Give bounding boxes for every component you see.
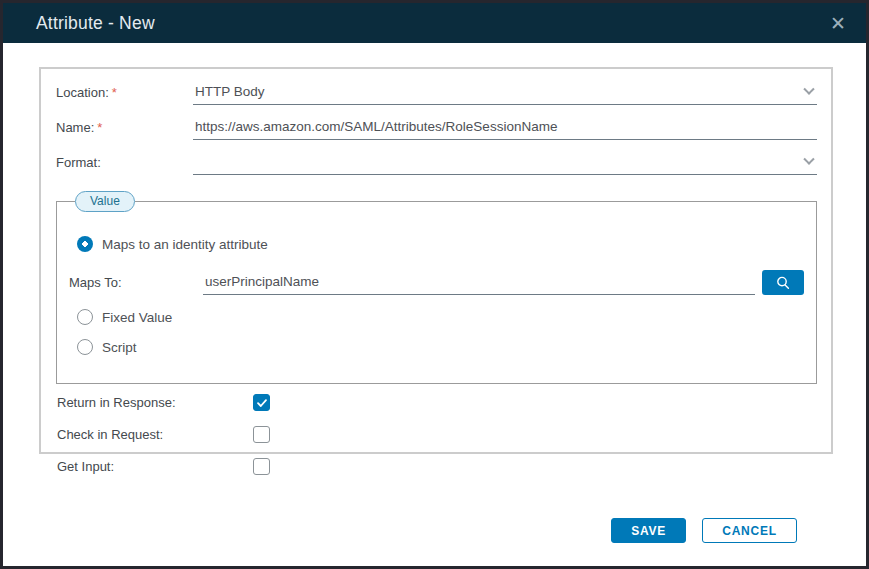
get-input-label: Get Input: <box>57 459 253 474</box>
maps-to-input[interactable] <box>205 274 751 289</box>
maps-to-row: Maps To: <box>69 270 804 295</box>
required-asterisk: * <box>112 85 117 100</box>
check-in-request-checkbox[interactable] <box>253 426 270 443</box>
get-input-row: Get Input: <box>57 458 817 475</box>
dialog-title: Attribute - New <box>36 13 155 34</box>
value-section: Value Maps to an identity attribute Maps… <box>56 191 817 384</box>
name-row: Name:* <box>56 116 817 140</box>
name-field <box>193 116 817 140</box>
attribute-new-dialog: Attribute - New ✕ Location:* HTTP Body N… <box>0 0 869 569</box>
radio-unselected-icon[interactable] <box>77 309 93 325</box>
return-in-response-checkbox[interactable] <box>253 394 270 411</box>
radio-unselected-icon[interactable] <box>77 339 93 355</box>
required-asterisk: * <box>97 120 102 135</box>
radio-selected-icon[interactable] <box>77 236 93 252</box>
location-select[interactable]: HTTP Body <box>193 81 817 105</box>
name-input[interactable] <box>195 119 813 134</box>
location-value: HTTP Body <box>195 84 265 99</box>
close-icon[interactable]: ✕ <box>830 14 846 33</box>
radio-script[interactable]: Script <box>77 339 804 355</box>
return-in-response-label: Return in Response: <box>57 395 253 410</box>
radio-label: Maps to an identity attribute <box>102 237 268 252</box>
check-in-request-row: Check in Request: <box>57 426 817 443</box>
check-in-request-label: Check in Request: <box>57 427 253 442</box>
location-label: Location:* <box>56 85 193 105</box>
save-button[interactable]: SAVE <box>611 518 686 543</box>
format-label: Format: <box>56 155 193 175</box>
radio-label: Script <box>102 340 137 355</box>
format-row: Format: <box>56 151 817 175</box>
location-row: Location:* HTTP Body <box>56 81 817 105</box>
format-select[interactable] <box>193 151 817 175</box>
radio-label: Fixed Value <box>102 310 172 325</box>
checkmark-icon <box>256 397 268 409</box>
cancel-button[interactable]: CANCEL <box>702 518 797 543</box>
chevron-down-icon <box>803 83 814 94</box>
radio-fixed-value[interactable]: Fixed Value <box>77 309 804 325</box>
radio-maps-to-identity-attribute[interactable]: Maps to an identity attribute <box>77 236 804 252</box>
dialog-content: Location:* HTTP Body Name:* Form <box>3 43 866 543</box>
dialog-titlebar: Attribute - New ✕ <box>3 3 866 43</box>
get-input-checkbox[interactable] <box>253 458 270 475</box>
search-icon <box>775 275 791 291</box>
name-label: Name:* <box>56 120 193 140</box>
maps-to-label: Maps To: <box>69 275 203 295</box>
search-button[interactable] <box>762 270 804 295</box>
return-in-response-row: Return in Response: <box>57 394 817 411</box>
dialog-footer: SAVE CANCEL <box>39 518 797 543</box>
value-badge: Value <box>75 191 135 212</box>
maps-to-field <box>203 271 755 295</box>
attribute-form: Location:* HTTP Body Name:* Form <box>39 67 833 454</box>
chevron-down-icon <box>803 153 814 164</box>
